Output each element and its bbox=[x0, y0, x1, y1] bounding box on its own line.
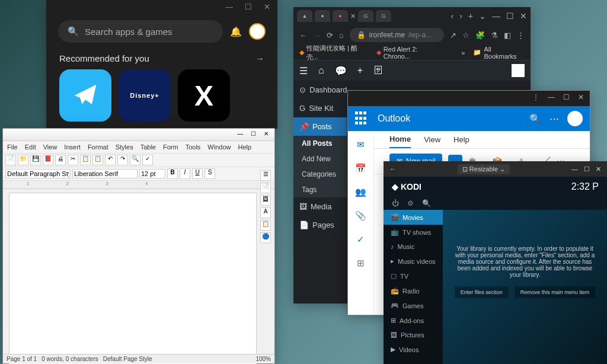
status-style[interactable]: Default Page Style bbox=[103, 356, 152, 362]
tab-home[interactable]: Home bbox=[389, 131, 411, 148]
menu-music[interactable]: ♪ Music bbox=[384, 240, 443, 254]
italic-icon[interactable]: I bbox=[180, 168, 190, 179]
pdf-icon[interactable]: 📕 bbox=[43, 155, 53, 165]
menu-table[interactable]: Table bbox=[139, 142, 158, 152]
paragraph-style-select[interactable] bbox=[5, 169, 71, 178]
menu-radio[interactable]: 📻 Radio bbox=[384, 283, 443, 298]
status-page[interactable]: Page 1 of 1 bbox=[7, 356, 37, 362]
close-icon[interactable]: ✕ bbox=[578, 93, 584, 104]
menu-styles[interactable]: Styles bbox=[114, 142, 135, 152]
apps-icon[interactable]: ⊞ bbox=[357, 258, 365, 269]
menu-window[interactable]: Window bbox=[206, 142, 232, 152]
menu-addons[interactable]: ⊞ Add-ons bbox=[384, 313, 443, 328]
search-icon[interactable]: 🔍 bbox=[529, 113, 541, 124]
sidebar-item-sitekit[interactable]: G Site Kit bbox=[293, 99, 347, 117]
people-icon[interactable]: 👥 bbox=[355, 187, 366, 197]
forward-icon[interactable]: › bbox=[459, 11, 462, 21]
todo-icon[interactable]: ✓ bbox=[357, 234, 365, 245]
chrome-tab[interactable]: ▲ bbox=[297, 10, 312, 22]
share-icon[interactable]: ↗ bbox=[450, 31, 456, 40]
find-icon[interactable]: 🔍 bbox=[130, 155, 140, 165]
menu-format[interactable]: Format bbox=[86, 142, 110, 152]
menu-view[interactable]: View bbox=[41, 142, 59, 152]
more-icon[interactable]: ⋯ bbox=[550, 113, 559, 124]
chrome-tab[interactable]: G bbox=[358, 10, 373, 22]
menu-musicvideos[interactable]: ▸ Music videos bbox=[384, 254, 443, 269]
all-bookmarks[interactable]: 📁 All Bookmarks bbox=[473, 46, 525, 60]
spellcheck-icon[interactable]: ✓ bbox=[142, 155, 153, 165]
close-icon[interactable]: ✕ bbox=[264, 2, 270, 13]
menu-icon[interactable]: ⋮ bbox=[517, 31, 525, 40]
chrome-tab[interactable]: ● bbox=[315, 10, 330, 22]
sidebar-sub-tags[interactable]: Tags bbox=[293, 182, 347, 197]
sidebar-item-posts[interactable]: 📌 Posts bbox=[293, 117, 347, 136]
enter-files-button[interactable]: Enter files section bbox=[455, 286, 509, 298]
reload-icon[interactable]: ⟳ bbox=[327, 31, 333, 40]
maximize-icon[interactable]: ☐ bbox=[248, 130, 258, 139]
translate-icon[interactable]: 🈂 bbox=[373, 65, 383, 76]
close-icon[interactable]: ✕ bbox=[596, 165, 601, 173]
user-avatar[interactable] bbox=[512, 64, 525, 77]
resizable-chip[interactable]: ⊡ Resizable ⌄ bbox=[458, 164, 510, 174]
close-tab-icon[interactable]: ✕ bbox=[350, 12, 356, 20]
search-icon[interactable]: 🔍 bbox=[422, 199, 431, 207]
status-zoom[interactable]: 100% bbox=[255, 356, 271, 362]
app-disney[interactable]: Disney+ bbox=[119, 69, 171, 122]
url-input[interactable]: 🔒 ironfeet.me/wp-a... bbox=[350, 28, 444, 42]
more-icon[interactable]: ⋮ bbox=[532, 93, 539, 104]
maximize-icon[interactable]: ☐ bbox=[563, 93, 570, 104]
sidebar-inspect-icon[interactable]: 🔵 bbox=[260, 232, 271, 243]
back-icon[interactable]: ← bbox=[389, 165, 396, 173]
minimize-icon[interactable]: — bbox=[548, 93, 555, 104]
status-words[interactable]: 0 words, 0 characters bbox=[41, 356, 98, 362]
menu-tvshows[interactable]: 📺 TV shows bbox=[384, 225, 443, 240]
user-avatar[interactable] bbox=[567, 111, 583, 126]
star-icon[interactable]: ☆ bbox=[462, 31, 469, 40]
menu-icon[interactable]: ☰ bbox=[299, 65, 308, 76]
redo-icon[interactable]: ↷ bbox=[117, 155, 128, 165]
sidebar-gallery-icon[interactable]: 🖼 bbox=[260, 195, 271, 206]
close-icon[interactable]: ✕ bbox=[520, 11, 527, 21]
power-icon[interactable]: ⏻ bbox=[392, 199, 399, 207]
sidepanel-icon[interactable]: ◧ bbox=[504, 31, 511, 40]
chrome-tab[interactable]: ● bbox=[333, 10, 348, 22]
menu-games[interactable]: 🎮 Games bbox=[384, 298, 443, 313]
sidebar-item-media[interactable]: 🖼 Media bbox=[293, 197, 347, 216]
calendar-icon[interactable]: 📅 bbox=[355, 163, 366, 174]
sidebar-sub-allposts[interactable]: All Posts bbox=[293, 136, 347, 151]
sidebar-page-icon[interactable]: 📋 bbox=[260, 220, 271, 231]
ruler[interactable]: 1 2 3 4 bbox=[3, 181, 274, 189]
menu-tv[interactable]: ▢ TV bbox=[384, 269, 443, 283]
chrome-tab[interactable]: G bbox=[376, 10, 391, 22]
home-icon[interactable]: ⌂ bbox=[339, 31, 344, 40]
forward-icon[interactable]: → bbox=[313, 31, 321, 40]
maximize-icon[interactable]: ☐ bbox=[245, 2, 252, 13]
maximize-icon[interactable]: ☐ bbox=[506, 11, 514, 21]
arrow-right-icon[interactable]: → bbox=[255, 53, 264, 63]
notifications-icon[interactable]: 🔔 bbox=[230, 26, 242, 37]
font-size-select[interactable] bbox=[139, 169, 165, 178]
underline-icon[interactable]: U bbox=[192, 168, 203, 179]
back-icon[interactable]: ‹ bbox=[451, 11, 453, 21]
sidebar-properties-icon[interactable]: ☰ bbox=[260, 170, 271, 181]
undo-icon[interactable]: ↶ bbox=[105, 155, 116, 165]
tab-help[interactable]: Help bbox=[453, 132, 469, 148]
mail-icon[interactable]: ✉ bbox=[357, 139, 365, 150]
sidebar-item-dashboard[interactable]: ⊙ Dashboard bbox=[293, 81, 347, 99]
sidebar-item-pages[interactable]: 📄 Pages bbox=[293, 216, 347, 234]
comments-icon[interactable]: 💬 bbox=[335, 65, 347, 76]
menu-help[interactable]: Help bbox=[236, 142, 253, 152]
files-icon[interactable]: 📎 bbox=[355, 210, 366, 221]
menu-insert[interactable]: Insert bbox=[62, 142, 82, 152]
bookmark-item[interactable]: ◆性能调优攻略 | 酷壳... bbox=[299, 44, 368, 62]
app-x[interactable]: X bbox=[178, 69, 230, 122]
menu-edit[interactable]: Edit bbox=[23, 142, 38, 152]
minimize-icon[interactable]: — bbox=[571, 165, 578, 173]
strike-icon[interactable]: S bbox=[205, 168, 215, 179]
minimize-icon[interactable]: — bbox=[225, 2, 233, 13]
cut-icon[interactable]: ✂ bbox=[68, 155, 78, 165]
sidebar-sub-addnew[interactable]: Add New bbox=[293, 151, 347, 167]
sidebar-styles-icon[interactable]: 📄 bbox=[260, 183, 271, 193]
sidebar-navigator-icon[interactable]: A bbox=[260, 207, 271, 218]
labs-icon[interactable]: ⚗ bbox=[491, 31, 498, 40]
